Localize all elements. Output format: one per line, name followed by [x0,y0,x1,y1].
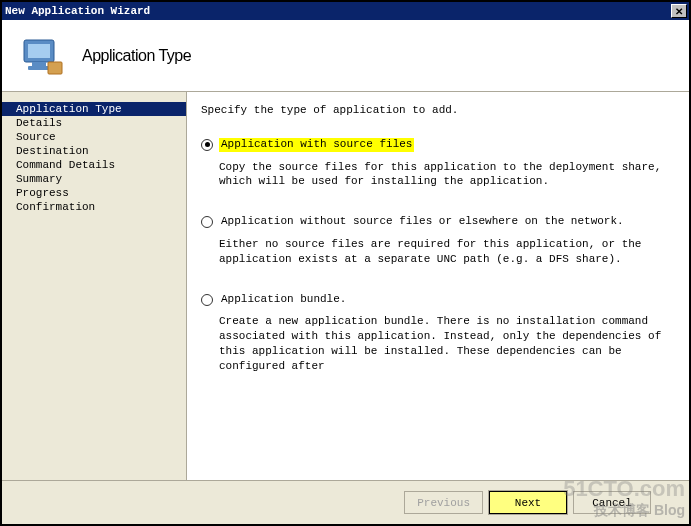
sidebar-item-details[interactable]: Details [2,116,186,130]
sidebar-item-destination[interactable]: Destination [2,144,186,158]
sidebar-item-application-type[interactable]: Application Type [2,102,186,116]
radio-source-files[interactable] [201,139,213,151]
svg-rect-3 [28,66,50,70]
option-description: Either no source files are required for … [219,237,673,267]
wizard-header: Application Type [2,20,689,92]
option-label[interactable]: Application with source files [219,138,414,152]
wizard-footer: Previous Next Cancel [2,480,689,524]
radio-bundle[interactable] [201,294,213,306]
option-bundle: Application bundle. Create a new applica… [201,293,673,374]
next-button[interactable]: Next [489,491,567,514]
close-button[interactable]: ✕ [671,4,687,18]
page-title: Application Type [82,47,191,65]
option-description: Create a new application bundle. There i… [219,314,673,373]
instruction-text: Specify the type of application to add. [201,104,673,118]
previous-button: Previous [404,491,483,514]
option-label[interactable]: Application without source files or else… [219,215,626,229]
content-panel: Specify the type of application to add. … [186,92,689,480]
svg-rect-4 [48,62,62,74]
sidebar-item-source[interactable]: Source [2,130,186,144]
window-title: New Application Wizard [5,5,671,17]
sidebar-item-progress[interactable]: Progress [2,186,186,200]
title-bar: New Application Wizard ✕ [2,2,689,20]
option-label[interactable]: Application bundle. [219,293,348,307]
radio-no-source[interactable] [201,216,213,228]
option-source-files: Application with source files Copy the s… [201,138,673,189]
application-icon [18,32,66,80]
cancel-button[interactable]: Cancel [573,491,651,514]
wizard-body: Application Type Details Source Destinat… [2,92,689,480]
svg-rect-2 [32,62,46,66]
sidebar-item-confirmation[interactable]: Confirmation [2,200,186,214]
option-no-source: Application without source files or else… [201,215,673,266]
sidebar-item-command-details[interactable]: Command Details [2,158,186,172]
sidebar-item-summary[interactable]: Summary [2,172,186,186]
svg-rect-1 [28,44,50,58]
step-sidebar: Application Type Details Source Destinat… [2,92,186,480]
option-description: Copy the source files for this applicati… [219,160,673,190]
